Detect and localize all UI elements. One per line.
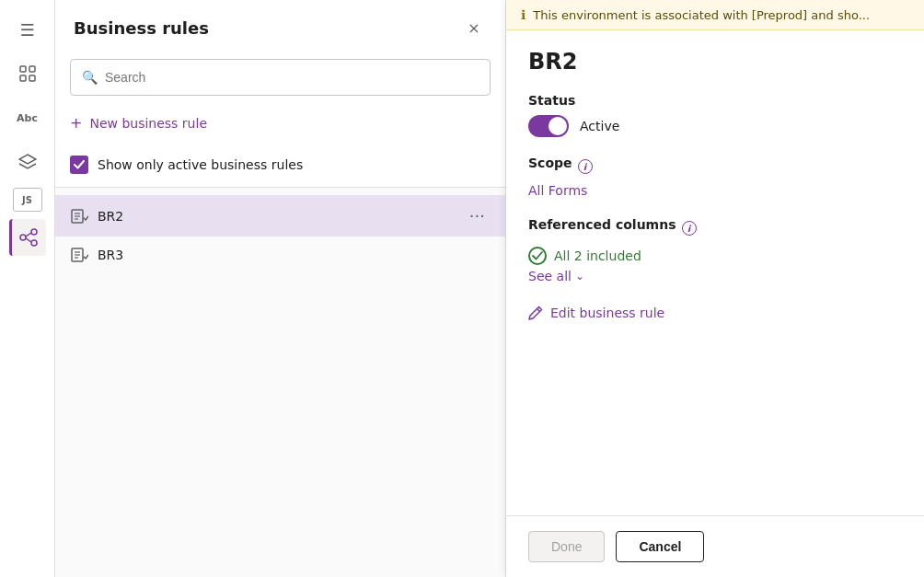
see-all-label: See all (528, 269, 572, 283)
detail-footer: Done Cancel (506, 515, 924, 577)
ref-cols-value-row: All 2 included (528, 247, 902, 265)
ref-cols-label: Referenced columns (528, 217, 676, 232)
info-circle-icon: ℹ (521, 7, 526, 22)
hamburger-menu-icon[interactable]: ☰ (9, 11, 46, 48)
layers-icon[interactable] (9, 144, 46, 180)
filter-checkbox[interactable] (70, 156, 88, 174)
ref-cols-value: All 2 included (554, 248, 641, 263)
rule-list: BR2 ··· BR3 (55, 188, 505, 577)
status-toggle[interactable] (528, 115, 569, 137)
text-abc-icon[interactable]: Abc (9, 99, 46, 136)
scope-label: Scope (528, 156, 572, 170)
search-icon: 🔍 (82, 70, 98, 85)
panel-header: Business rules × (55, 0, 505, 52)
search-box[interactable]: 🔍 (70, 59, 491, 96)
edit-rule-label: Edit business rule (550, 306, 664, 320)
ref-cols-header: Referenced columns i (528, 217, 902, 239)
business-rules-panel: Business rules × 🔍 + New business rule S… (55, 0, 506, 577)
done-button[interactable]: Done (528, 531, 605, 562)
rule-name-br2: BR2 (98, 209, 123, 224)
search-container: 🔍 (55, 52, 505, 103)
scope-info-icon: i (578, 159, 593, 174)
referenced-columns-section: Referenced columns i All 2 included See … (528, 217, 902, 283)
grid-icon[interactable] (9, 55, 46, 92)
svg-rect-2 (20, 75, 26, 81)
notification-banner: ℹ This environment is associated with [P… (506, 0, 924, 30)
scope-header: Scope i (528, 156, 902, 178)
rule-more-button-br2[interactable]: ··· (464, 204, 491, 227)
new-rule-label: New business rule (89, 116, 207, 131)
filter-label: Show only active business rules (98, 157, 303, 172)
business-rule-icon (70, 207, 88, 225)
toggle-knob (549, 117, 567, 135)
panel-actions: + New business rule (55, 103, 505, 146)
svg-rect-1 (29, 66, 35, 72)
status-label: Status (528, 93, 902, 108)
scope-section: Scope i All Forms (528, 156, 902, 199)
business-rule-icon-br3 (70, 246, 88, 264)
icon-sidebar: ☰ Abc JS (0, 0, 55, 577)
svg-point-4 (20, 235, 26, 240)
rule-name-br3: BR3 (98, 248, 123, 262)
rule-item-left: BR2 (70, 207, 123, 225)
check-circle-icon (528, 247, 547, 265)
cancel-button[interactable]: Cancel (616, 531, 704, 562)
filter-row: Show only active business rules (55, 146, 505, 188)
see-all-button[interactable]: See all ⌄ (528, 269, 902, 283)
rule-item-br2[interactable]: BR2 ··· (55, 195, 505, 237)
pencil-icon (528, 306, 543, 320)
svg-point-5 (31, 229, 37, 235)
rule-item-br3[interactable]: BR3 (55, 237, 505, 273)
chevron-down-icon: ⌄ (575, 270, 584, 283)
svg-line-8 (26, 238, 31, 242)
svg-rect-0 (20, 66, 26, 72)
svg-line-7 (26, 233, 31, 237)
diagram-icon[interactable] (9, 219, 46, 256)
rule-item-left-br3: BR3 (70, 246, 123, 264)
js-icon[interactable]: JS (13, 188, 42, 212)
panel-title: Business rules (74, 18, 209, 38)
edit-business-rule-button[interactable]: Edit business rule (528, 302, 902, 324)
status-value: Active (580, 119, 619, 133)
close-button[interactable]: × (461, 15, 487, 40)
search-input[interactable] (105, 70, 479, 85)
detail-panel: ℹ This environment is associated with [P… (506, 0, 924, 577)
new-business-rule-button[interactable]: + New business rule (70, 110, 491, 135)
detail-content: BR2 Status Active Scope i All Forms Refe… (506, 30, 924, 515)
toggle-row: Active (528, 115, 902, 137)
status-section: Status Active (528, 93, 902, 137)
detail-title: BR2 (528, 49, 902, 75)
ref-cols-info-icon: i (682, 221, 697, 236)
svg-point-6 (31, 240, 37, 246)
notification-text: This environment is associated with [Pre… (533, 8, 870, 22)
plus-icon: + (70, 114, 82, 132)
svg-rect-3 (29, 75, 35, 81)
scope-value: All Forms (528, 183, 587, 198)
